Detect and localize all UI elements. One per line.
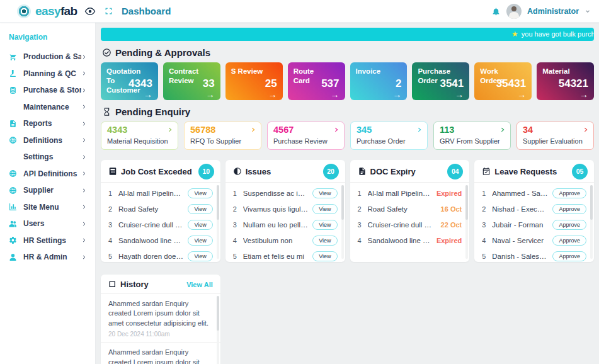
- sidebar-item-maintenance[interactable]: undefinedMaintenance: [0, 99, 95, 116]
- enquiry-card-label: RFQ To Supplier: [190, 137, 255, 145]
- panel-title: Job Cost Exceded: [121, 167, 195, 176]
- sidebar-item-site-menu[interactable]: Site Menu: [0, 199, 95, 216]
- view-button[interactable]: View: [312, 204, 337, 214]
- list-item: 3Nullam eu leo pellentesqueView: [233, 217, 338, 232]
- sidebar-item-production-sales[interactable]: Production & Sales: [0, 48, 95, 65]
- chevron-down-icon[interactable]: [585, 8, 591, 14]
- enquiry-card-supplier-evaluation[interactable]: 34Supplier Evaluation: [516, 122, 594, 150]
- chevron-right-icon[interactable]: [333, 127, 339, 133]
- sidebar: Navigation Production & SalesPlanning & …: [0, 23, 96, 364]
- chevron-right-icon[interactable]: [583, 127, 589, 133]
- approval-card-quotation-to-customer[interactable]: Quotation To Customer4343→: [101, 62, 158, 100]
- fullscreen-icon[interactable]: [105, 7, 113, 15]
- chevron-right-icon[interactable]: [167, 127, 173, 133]
- approval-card-purchase-order[interactable]: Purchase Order3541→: [412, 62, 469, 100]
- enquiry-card-material-requisition[interactable]: 4343Material Requisition: [101, 122, 178, 150]
- approve-button[interactable]: Approve: [552, 220, 586, 230]
- panel-header: Issues20: [225, 160, 345, 183]
- arrow-right-icon[interactable]: →: [579, 89, 588, 100]
- chevron-right-icon[interactable]: [250, 127, 256, 133]
- chevron-right-icon: [81, 254, 87, 260]
- chevron-right-icon[interactable]: [499, 127, 506, 133]
- approval-card-material[interactable]: Material54321→: [537, 62, 594, 100]
- enquiry-card-purchase-review[interactable]: 4567Purchase Review: [267, 122, 345, 150]
- approval-card-s-review[interactable]: S Review25→: [225, 62, 283, 100]
- eye-icon[interactable]: [84, 7, 96, 16]
- enquiry-card-label: Purchase Review: [273, 137, 338, 145]
- arrow-right-icon[interactable]: →: [144, 89, 152, 100]
- enquiry-card-purchase-order[interactable]: 345Purchase Order: [350, 122, 428, 150]
- enquiry-card-grv-from-supplier[interactable]: 113GRV From Supplier: [433, 122, 511, 150]
- approval-card-route-card[interactable]: Route Card537→: [288, 62, 345, 100]
- list-item-index: 4: [233, 237, 239, 244]
- chevron-right-icon: [81, 104, 87, 110]
- approve-button[interactable]: Approve: [552, 236, 586, 246]
- sidebar-item-definitions[interactable]: Definitions: [0, 132, 95, 149]
- enquiry-card-rfq-to-supplier[interactable]: 56788RFQ To Supplier: [184, 122, 261, 150]
- view-button[interactable]: View: [312, 236, 337, 246]
- list-item-index: 2: [233, 205, 239, 213]
- chevron-right-icon: [81, 137, 87, 143]
- view-button[interactable]: View: [312, 220, 337, 230]
- list-item: 4Naval - ServicerApprove: [482, 232, 586, 248]
- list-item: 2Vivamus quis ligula vel nislView: [233, 201, 338, 217]
- arrow-right-icon[interactable]: →: [392, 89, 401, 100]
- sidebar-item-hr-admin[interactable]: HR & Admin: [0, 249, 95, 266]
- logo[interactable]: easyfab: [0, 4, 96, 18]
- view-button[interactable]: View: [188, 251, 212, 261]
- arrow-right-icon[interactable]: →: [517, 89, 526, 100]
- history-scrollbar[interactable]: [217, 296, 219, 364]
- sidebar-item-settings[interactable]: undefinedSettings: [0, 149, 95, 166]
- avatar[interactable]: [506, 4, 522, 19]
- arrow-right-icon[interactable]: →: [331, 89, 339, 100]
- panel-title: Leave Requests: [494, 167, 568, 176]
- chevron-right-icon[interactable]: [416, 127, 423, 133]
- sidebar-item-purchase-store[interactable]: Purchase & Store: [0, 82, 95, 99]
- approve-button[interactable]: Approve: [552, 251, 586, 261]
- user-menu[interactable]: Administrator: [527, 7, 579, 16]
- approve-button[interactable]: Approve: [552, 188, 586, 198]
- view-button[interactable]: View: [188, 236, 212, 246]
- chevron-right-icon: [81, 154, 87, 160]
- arrow-right-icon[interactable]: →: [455, 89, 464, 100]
- list-item-index: 4: [482, 237, 488, 244]
- approval-card-contract-review[interactable]: Contract Review33→: [163, 62, 220, 100]
- sidebar-item-api-definitions[interactable]: API Definitions: [0, 166, 95, 183]
- bell-icon[interactable]: [491, 6, 501, 16]
- panel-scrollbar[interactable]: [217, 185, 219, 259]
- list-item: 4Sandalwood line hiyytView: [108, 232, 213, 248]
- sidebar-item-reports[interactable]: Reports: [0, 115, 95, 132]
- view-button[interactable]: View: [312, 188, 337, 198]
- approve-button[interactable]: Approve: [552, 204, 586, 214]
- sidebar-item-users[interactable]: Users: [0, 215, 95, 232]
- list-item: 5Danish - Sales ManagerApprove: [482, 248, 586, 262]
- enquiry-card-label: GRV From Supplier: [440, 137, 505, 145]
- approval-card-work-orders[interactable]: Work Orders35431→: [474, 62, 532, 100]
- sidebar-item-supplier[interactable]: Supplier: [0, 182, 95, 199]
- approval-card-invoice[interactable]: Invoice2→: [350, 62, 408, 100]
- panel-scrollbar[interactable]: [341, 185, 344, 259]
- panel-scrollbar[interactable]: [590, 185, 593, 259]
- sidebar-item-hr-settings[interactable]: HR Settings: [0, 232, 95, 249]
- list-item-index: 3: [358, 221, 363, 229]
- history-view-all-link[interactable]: View All: [186, 281, 213, 288]
- status-badge: Expired: [436, 237, 462, 244]
- scrollbar-thumb[interactable]: [341, 185, 344, 220]
- view-button[interactable]: View: [188, 204, 212, 214]
- scrollbar-thumb[interactable]: [590, 185, 593, 220]
- panel-scrollbar[interactable]: [465, 185, 468, 259]
- view-button[interactable]: View: [188, 188, 212, 198]
- scrollbar-thumb[interactable]: [465, 185, 468, 220]
- stat-card-label: Material: [542, 67, 579, 76]
- panel-body: 1Al-lal mall Pipeline projectView2Road S…: [101, 183, 220, 262]
- view-button[interactable]: View: [312, 251, 337, 261]
- arrow-right-icon[interactable]: →: [206, 89, 215, 100]
- view-button[interactable]: View: [188, 220, 212, 230]
- sidebar-item-planning-qc[interactable]: Planning & QC: [0, 65, 95, 82]
- scrollbar-thumb[interactable]: [217, 185, 219, 220]
- stat-card-value: 3541: [440, 77, 464, 90]
- sidebar-item-label: Settings: [23, 152, 81, 161]
- arrow-right-icon[interactable]: →: [268, 89, 277, 100]
- panel-header: Leave Requests05: [474, 160, 594, 183]
- globe-icon: [9, 186, 17, 195]
